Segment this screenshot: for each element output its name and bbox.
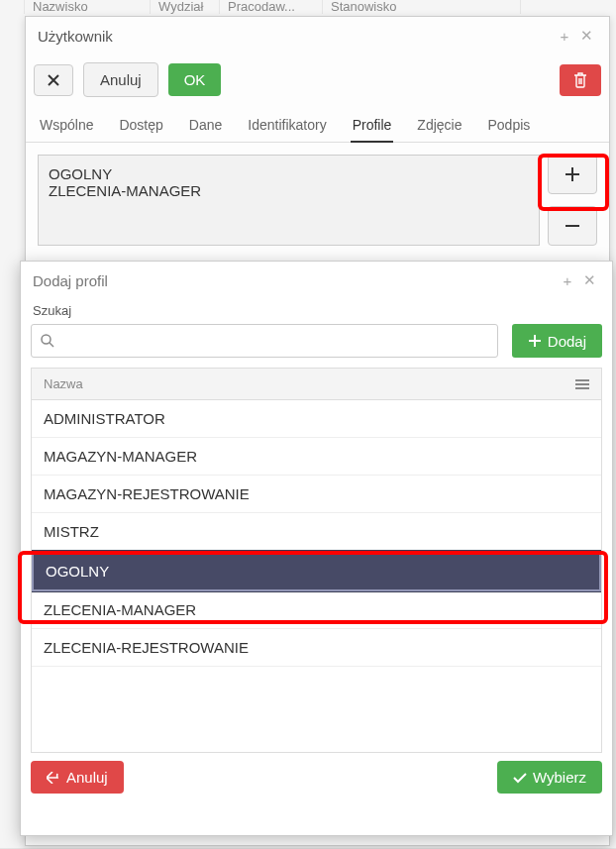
cancel-add-button[interactable]: Anuluj xyxy=(31,761,124,794)
bg-col: Stanowisko xyxy=(323,0,521,14)
search-icon xyxy=(40,333,55,349)
profile-item[interactable]: OGOLNY xyxy=(49,165,529,182)
add-profile-modal: Dodaj profil + ✕ Szukaj Dodaj Nazwa ADMI… xyxy=(20,261,613,836)
close-icon[interactable]: ✕ xyxy=(578,269,600,291)
cancel-button[interactable]: Anuluj xyxy=(83,62,158,97)
close-button[interactable] xyxy=(34,64,73,96)
choose-button[interactable]: Wybierz xyxy=(497,761,602,794)
table-row[interactable]: ZLECENIA-REJESTROWANIE xyxy=(32,629,601,667)
table-header: Nazwa xyxy=(31,368,602,400)
table-row[interactable]: MAGAZYN-MANAGER xyxy=(32,438,601,476)
table-row[interactable]: ADMINISTRATOR xyxy=(32,400,601,438)
tab-zdjecie[interactable]: Zdjęcie xyxy=(415,111,463,142)
tab-profile[interactable]: Profile xyxy=(351,111,394,143)
table-row[interactable]: MAGAZYN-REJESTROWANIE xyxy=(32,476,601,513)
profile-item[interactable]: ZLECENIA-MANAGER xyxy=(49,182,529,199)
search-input-wrapper[interactable] xyxy=(31,324,498,358)
plus-icon[interactable]: + xyxy=(554,25,575,47)
choose-label: Wybierz xyxy=(533,769,586,786)
bg-col: Pracodaw... xyxy=(220,0,323,14)
highlight-annotation xyxy=(18,551,608,624)
add-button[interactable]: Dodaj xyxy=(512,324,602,358)
search-label: Szukaj xyxy=(21,299,612,322)
add-modal-title: Dodaj profil xyxy=(33,272,557,289)
tab-dostep[interactable]: Dostęp xyxy=(117,111,164,142)
tabs: Wspólne Dostęp Dane Identifikatory Profi… xyxy=(26,105,609,143)
plus-icon[interactable]: + xyxy=(557,269,578,291)
svg-point-0 xyxy=(42,335,51,344)
bg-col: Wydział xyxy=(151,0,220,14)
close-icon[interactable]: ✕ xyxy=(575,25,597,47)
remove-profile-button[interactable] xyxy=(548,206,597,246)
profiles-list[interactable]: OGOLNY ZLECENIA-MANAGER xyxy=(38,155,540,246)
tab-dane[interactable]: Dane xyxy=(187,111,224,142)
search-input[interactable] xyxy=(55,333,489,349)
col-name[interactable]: Nazwa xyxy=(44,376,575,391)
minus-icon xyxy=(563,216,582,236)
user-modal-title: Użytkownik xyxy=(38,28,554,45)
cancel-add-label: Anuluj xyxy=(66,769,108,786)
tab-wspolne[interactable]: Wspólne xyxy=(38,111,95,142)
bg-col: Nazwisko xyxy=(25,0,151,14)
highlight-annotation xyxy=(538,154,609,211)
back-arrow-icon xyxy=(47,772,60,784)
table-row[interactable]: MISTRZ xyxy=(32,513,601,551)
ok-button[interactable]: OK xyxy=(168,63,222,96)
delete-button[interactable] xyxy=(560,64,601,96)
trash-icon xyxy=(573,72,587,88)
check-icon xyxy=(513,772,527,784)
tab-podpis[interactable]: Podpis xyxy=(486,111,533,142)
menu-icon[interactable] xyxy=(575,377,589,391)
tab-identifikatory[interactable]: Identifikatory xyxy=(246,111,328,142)
plus-icon xyxy=(528,334,542,348)
add-button-label: Dodaj xyxy=(548,333,586,350)
